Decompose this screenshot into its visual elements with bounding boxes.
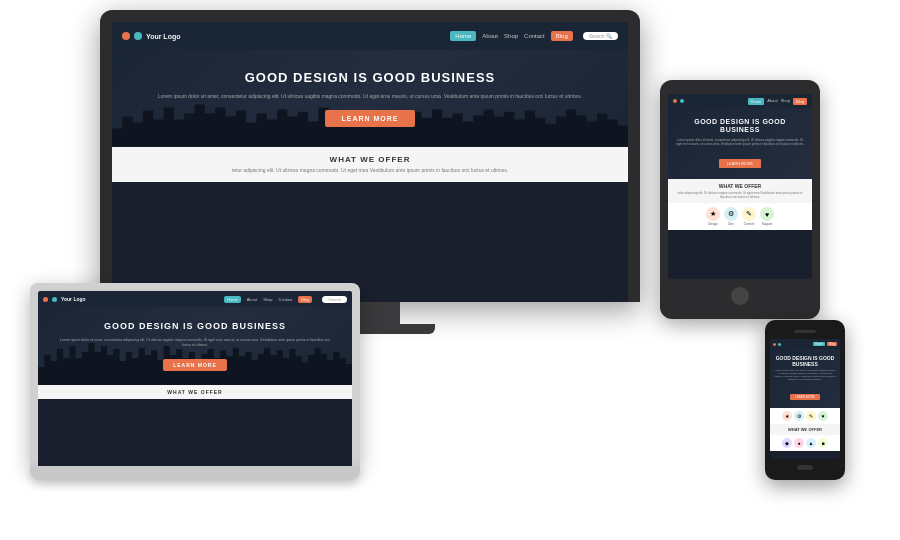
- laptop-logo-dot-teal: [52, 297, 57, 302]
- laptop-nav-about[interactable]: About: [247, 297, 257, 302]
- tablet-icon-4: ♥ Support: [760, 207, 774, 226]
- phone-home-button[interactable]: [797, 465, 813, 470]
- tablet-home-button[interactable]: [731, 287, 749, 305]
- monitor-search[interactable]: Search 🔍: [583, 32, 618, 40]
- phone-offer-title: WHAT WE OFFER: [773, 427, 837, 432]
- tablet-offer-text: tetur adipiscing elit. Ut ultrices magna…: [674, 191, 806, 199]
- nav-contact[interactable]: Contact: [524, 33, 545, 39]
- monitor-offer-text: tetur adipiscing elit. Ut ultrices magna…: [127, 167, 613, 175]
- tablet-nav-about[interactable]: About: [767, 98, 777, 105]
- nav-home[interactable]: Home: [450, 31, 476, 41]
- phone-hero-sub: Lorem ipsum dolor sit amet, consectetur …: [774, 369, 836, 381]
- monitor-logo: Your Logo: [122, 32, 180, 40]
- phone-offer: WHAT WE OFFER: [770, 424, 840, 435]
- tablet-icons-row: ★ Design ⚙ Dev ✎ Content ♥ Support: [668, 203, 812, 230]
- phone-icon-3: ✎: [806, 411, 816, 421]
- phone-hero: GOOD DESIGN IS GOOD BUSINESS Lorem ipsum…: [770, 349, 840, 408]
- tablet-icon-3: ✎ Content: [742, 207, 756, 226]
- tablet-icon-label-2: Dev: [728, 222, 733, 226]
- monitor-screen: Your Logo Home About Shop Contact Blog S…: [112, 22, 628, 302]
- scene: Your Logo Home About Shop Contact Blog S…: [0, 0, 900, 540]
- laptop-nav-contact[interactable]: Contact: [279, 297, 293, 302]
- tablet-icon-label-3: Content: [744, 222, 755, 226]
- tablet-offer: WHAT WE OFFER tetur adipiscing elit. Ut …: [668, 179, 812, 203]
- tablet-nav-home[interactable]: Home: [748, 98, 765, 105]
- phone-logo-dot-teal: [778, 343, 781, 346]
- monitor-hero-title: GOOD DESIGN IS GOOD BUSINESS: [245, 70, 495, 86]
- laptop-cta-button[interactable]: LEARN MORE: [163, 359, 227, 371]
- logo-dot-teal: [134, 32, 142, 40]
- laptop: Your Logo Home About Shop Contact Blog S…: [30, 283, 360, 480]
- phone-screen: Home Blog GOOD DESIGN IS GOOD BUSINESS L…: [770, 339, 840, 459]
- phone-icon-6: ●: [794, 438, 804, 448]
- laptop-city-silhouette: [38, 325, 352, 385]
- phone-icon-2: ⚙: [794, 411, 804, 421]
- tablet-hero-sub: Lorem ipsum dolor sit amet, consectetur …: [676, 138, 804, 146]
- phone: Home Blog GOOD DESIGN IS GOOD BUSINESS L…: [765, 320, 845, 480]
- nav-blog[interactable]: Blog: [551, 31, 573, 41]
- laptop-hero-subtitle: Lorem ipsum dolor sit amet, consectetur …: [58, 338, 332, 349]
- tablet-nav-links: Home About Shop Blog: [748, 98, 807, 105]
- phone-cta-button[interactable]: LEARN MORE: [790, 394, 820, 400]
- monitor-hero-subtitle: Lorem ipsum dolor sit amet, consectetur …: [158, 92, 582, 100]
- logo-text: Your Logo: [146, 33, 180, 40]
- phone-nav-blog[interactable]: Blog: [827, 342, 837, 346]
- laptop-nav-blog[interactable]: Blog: [298, 296, 312, 303]
- phone-speaker: [794, 330, 816, 333]
- phone-icon-4: ♥: [818, 411, 828, 421]
- laptop-frame: Your Logo Home About Shop Contact Blog S…: [30, 283, 360, 466]
- tablet-hero: GOOD DESIGN IS GOOD BUSINESS Lorem ipsum…: [668, 108, 812, 179]
- nav-about[interactable]: About: [482, 33, 498, 39]
- tablet-nav-blog[interactable]: Blog: [793, 98, 807, 105]
- laptop-nav-home[interactable]: Home: [224, 296, 241, 303]
- tablet-nav: Home About Shop Blog: [668, 94, 812, 108]
- monitor-hero: GOOD DESIGN IS GOOD BUSINESS Lorem ipsum…: [112, 50, 628, 147]
- monitor-cta-button[interactable]: LEARN MORE: [325, 110, 414, 127]
- tablet-hero-title: GOOD DESIGN IS GOOD BUSINESS: [676, 118, 804, 135]
- monitor-nav-links: Home About Shop Contact Blog Search 🔍: [450, 31, 618, 41]
- phone-icon-5: ◆: [782, 438, 792, 448]
- laptop-nav: Your Logo Home About Shop Contact Blog S…: [38, 291, 352, 307]
- phone-frame: Home Blog GOOD DESIGN IS GOOD BUSINESS L…: [765, 320, 845, 480]
- laptop-logo-text: Your Logo: [61, 296, 86, 302]
- laptop-search[interactable]: Search: [322, 296, 347, 303]
- phone-extra-icons: ◆ ● ▲ ■: [770, 435, 840, 451]
- laptop-screen: Your Logo Home About Shop Contact Blog S…: [38, 291, 352, 466]
- tablet-frame: Home About Shop Blog GOOD DESIGN IS GOOD…: [660, 80, 820, 319]
- phone-icon-1: ★: [782, 411, 792, 421]
- monitor-nav: Your Logo Home About Shop Contact Blog S…: [112, 22, 628, 50]
- tablet-logo-dot-orange: [673, 99, 677, 103]
- tablet-icon-label-1: Design: [708, 222, 717, 226]
- laptop-hero: GOOD DESIGN IS GOOD BUSINESS Lorem ipsum…: [38, 307, 352, 385]
- monitor-frame: Your Logo Home About Shop Contact Blog S…: [100, 10, 640, 302]
- monitor-offer: WHAT WE OFFER tetur adipiscing elit. Ut …: [112, 147, 628, 183]
- phone-logo-dot-orange: [773, 343, 776, 346]
- phone-nav: Home Blog: [770, 339, 840, 349]
- laptop-base: [30, 466, 360, 480]
- laptop-logo: Your Logo: [43, 296, 86, 302]
- laptop-offer: WHAT WE OFFER: [38, 385, 352, 399]
- laptop-logo-dot-orange: [43, 297, 48, 302]
- logo-dot-orange: [122, 32, 130, 40]
- tablet-icon-1: ★ Design: [706, 207, 720, 226]
- tablet-screen: Home About Shop Blog GOOD DESIGN IS GOOD…: [668, 94, 812, 279]
- laptop-hero-title: GOOD DESIGN IS GOOD BUSINESS: [104, 321, 286, 332]
- tablet-offer-title: WHAT WE OFFER: [674, 183, 806, 189]
- phone-icons-row: ★ ⚙ ✎ ♥: [770, 408, 840, 424]
- tablet-icon-circle-2: ⚙: [724, 207, 738, 221]
- phone-nav-home[interactable]: Home: [813, 342, 825, 346]
- tablet-icon-2: ⚙ Dev: [724, 207, 738, 226]
- tablet-icon-label-4: Support: [762, 222, 773, 226]
- tablet-icon-circle-3: ✎: [742, 207, 756, 221]
- tablet-cta-button[interactable]: LEARN MORE: [719, 159, 761, 168]
- laptop-nav-links: Home About Shop Contact Blog Search: [224, 296, 347, 303]
- tablet-icon-circle-4: ♥: [760, 207, 774, 221]
- monitor-offer-title: WHAT WE OFFER: [127, 155, 613, 164]
- tablet-icon-circle-1: ★: [706, 207, 720, 221]
- tablet-logo-dot-teal: [680, 99, 684, 103]
- laptop-nav-shop[interactable]: Shop: [263, 297, 272, 302]
- tablet: Home About Shop Blog GOOD DESIGN IS GOOD…: [660, 80, 820, 319]
- nav-shop[interactable]: Shop: [504, 33, 518, 39]
- phone-nav-links: Home Blog: [813, 342, 837, 346]
- tablet-nav-shop[interactable]: Shop: [781, 98, 790, 105]
